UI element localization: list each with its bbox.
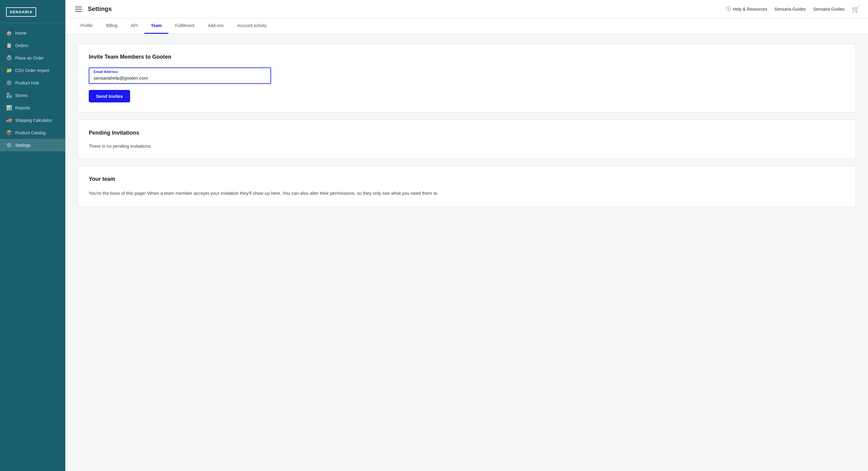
help-resources-label: Help & Resources xyxy=(733,7,767,11)
settings-icon: ⚙️ xyxy=(6,142,11,148)
pending-card-title: Pending Invitations xyxy=(89,130,845,136)
page-title: Settings xyxy=(88,5,112,12)
reports-icon: 📊 xyxy=(6,105,11,111)
sidebar-item-stores[interactable]: 🏪 Stores xyxy=(0,89,65,101)
tab-add-ons[interactable]: Add-ons xyxy=(201,18,230,34)
menu-toggle-button[interactable] xyxy=(74,5,83,13)
sidebar-item-label: Reports xyxy=(15,105,30,110)
header-right: ⓘ Help & Resources Sensaria Guides Sensa… xyxy=(726,5,860,13)
sidebar-item-label: Product Catalog xyxy=(15,130,45,135)
sensaria-guides-link-1[interactable]: Sensaria Guides xyxy=(774,7,806,11)
sidebar-item-label: Settings xyxy=(15,143,31,148)
help-circle-icon: ⓘ xyxy=(726,6,731,12)
email-field-wrapper[interactable]: Email Address xyxy=(89,67,271,84)
sidebar-item-label: Product Hub xyxy=(15,81,39,85)
sensaria-guides-link-2[interactable]: Sensaria Guides xyxy=(813,7,845,11)
tab-account-activity[interactable]: Account activity xyxy=(230,18,273,34)
sidebar-item-home[interactable]: 🏠 Home xyxy=(0,27,65,39)
stores-icon: 🏪 xyxy=(6,92,11,98)
your-team-card: Your team You're the boss of this page! … xyxy=(78,166,856,207)
email-input[interactable] xyxy=(94,71,266,81)
pending-empty-message: There is no pending invitations. xyxy=(89,144,845,149)
sidebar-item-settings[interactable]: ⚙️ Settings xyxy=(0,139,65,151)
sidebar-logo: SENSARIA xyxy=(0,0,65,23)
pending-invitations-card: Pending Invitations There is no pending … xyxy=(78,120,856,159)
product-catalog-icon: 📦 xyxy=(6,130,11,135)
orders-icon: 📋 xyxy=(6,42,11,48)
sidebar-item-label: Stores xyxy=(15,93,27,98)
help-resources-link[interactable]: ⓘ Help & Resources xyxy=(726,6,767,12)
tab-team[interactable]: Team xyxy=(144,18,169,34)
logo: SENSARIA xyxy=(6,7,36,17)
place-an-order-icon: 🖨️ xyxy=(6,55,11,61)
sidebar-item-label: Home xyxy=(15,31,26,36)
sidebar-item-label: Place an Order xyxy=(15,56,44,60)
sidebar-item-orders[interactable]: 📋 Orders xyxy=(0,39,65,52)
sidebar-item-csv-order-import[interactable]: 📁 CSV Order Import xyxy=(0,64,65,76)
tabs-bar: ProfileBillingAPITeamFulfillmentAdd-onsA… xyxy=(65,18,868,34)
tab-profile[interactable]: Profile xyxy=(74,18,99,34)
tab-api[interactable]: API xyxy=(124,18,144,34)
tab-billing[interactable]: Billing xyxy=(99,18,124,34)
your-team-description: You're the boss of this page! When a tea… xyxy=(89,190,845,197)
sidebar-item-reports[interactable]: 📊 Reports xyxy=(0,101,65,114)
header: Settings ⓘ Help & Resources Sensaria Gui… xyxy=(65,0,868,18)
header-left: Settings xyxy=(74,5,112,13)
sidebar-item-shipping-calculator[interactable]: 🚚 Shipping Calculator xyxy=(0,114,65,126)
product-hub-icon: ⚙️ xyxy=(6,80,11,86)
content-area: Invite Team Members to Gooten Email Addr… xyxy=(65,34,868,471)
invite-team-card: Invite Team Members to Gooten Email Addr… xyxy=(78,44,856,113)
your-team-title: Your team xyxy=(89,176,845,182)
email-field-label: Email Address xyxy=(94,70,118,73)
sidebar-nav: 🏠 Home 📋 Orders 🖨️ Place an Order 📁 CSV … xyxy=(0,23,65,471)
cart-icon[interactable]: 🛒 xyxy=(852,5,860,13)
csv-order-import-icon: 📁 xyxy=(6,67,11,73)
sidebar: SENSARIA 🏠 Home 📋 Orders 🖨️ Place an Ord… xyxy=(0,0,65,471)
sidebar-item-label: Shipping Calculator xyxy=(15,118,52,123)
sidebar-item-label: CSV Order Import xyxy=(15,68,49,73)
shipping-calculator-icon: 🚚 xyxy=(6,117,11,123)
invite-card-title: Invite Team Members to Gooten xyxy=(89,54,845,60)
hamburger-line-3 xyxy=(75,11,82,11)
main-area: Settings ⓘ Help & Resources Sensaria Gui… xyxy=(65,0,868,471)
sidebar-item-label: Orders xyxy=(15,43,28,48)
hamburger-line-2 xyxy=(75,9,82,9)
home-icon: 🏠 xyxy=(6,30,11,36)
send-invites-button[interactable]: Send Invites xyxy=(89,90,130,102)
tab-fulfillment[interactable]: Fulfillment xyxy=(168,18,201,34)
hamburger-line-1 xyxy=(75,7,82,7)
sidebar-item-product-hub[interactable]: ⚙️ Product Hub xyxy=(0,76,65,89)
sidebar-item-place-an-order[interactable]: 🖨️ Place an Order xyxy=(0,52,65,64)
sidebar-item-product-catalog[interactable]: 📦 Product Catalog xyxy=(0,126,65,139)
